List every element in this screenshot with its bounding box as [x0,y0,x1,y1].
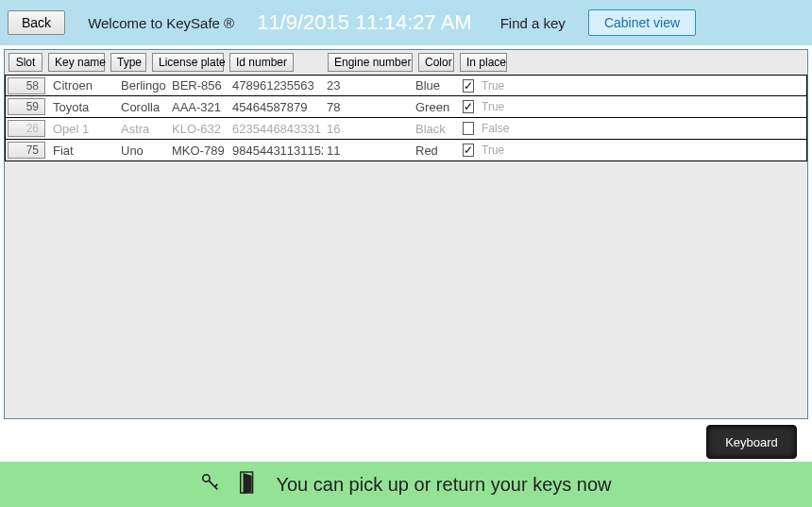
cell-id: 478961235563 [228,78,323,93]
key-table: Slot Key name Type License plate Id numb… [4,49,808,419]
cell-plate: KLO-632 [168,122,228,136]
footer-bar: You can pick up or return your keys now [0,462,812,507]
cell-inplace-text: True [478,144,516,157]
key-icon [200,470,221,499]
cell-name: Fiat [49,144,117,158]
cell-plate: MKO-789 [168,144,228,158]
col-in-place[interactable]: In place [460,53,507,72]
footer-message: You can pick up or return your keys now [276,474,611,496]
cell-plate: AAA-321 [168,100,228,114]
cell-color: Red [412,144,459,158]
door-icon [238,470,259,499]
svg-point-0 [203,474,210,481]
cell-inplace-checkbox[interactable]: ✓ [459,144,478,157]
checkbox-icon: ✓ [463,144,474,157]
cell-id: 45464587879 [228,100,323,114]
cell-plate: BER-856 [168,78,228,93]
cell-engine: 16 [323,122,412,136]
cell-id: 6235446843331 [228,122,323,136]
keyboard-button[interactable]: Keyboard [706,425,797,459]
cell-inplace-checkbox[interactable]: ✓ [459,79,478,93]
cell-id: 98454431131152 [228,144,323,158]
col-key-name[interactable]: Key name [48,53,105,72]
cell-engine: 23 [323,78,412,93]
cell-slot[interactable]: 59 [8,98,45,115]
cell-inplace-text: True [478,100,516,113]
cell-color: Blue [412,78,459,93]
cell-color: Black [412,122,459,136]
cell-name: Citroen [49,78,117,93]
keyboard-label: Keyboard [725,435,778,449]
welcome-text: Welcome to KeySafe ® [88,15,234,31]
cell-engine: 78 [323,100,412,114]
cell-type: Berlingo [117,78,168,93]
find-key-label[interactable]: Find a key [500,15,566,31]
datetime-text: 11/9/2015 11:14:27 AM [257,10,472,35]
cabinet-view-button[interactable]: Cabinet view [588,9,696,36]
col-id-number[interactable]: Id number [229,53,294,72]
col-engine-number[interactable]: Engine number [328,53,413,72]
table-row[interactable]: 59ToyotaCorollaAAA-3214546458787978Green… [5,96,807,118]
checkbox-icon: ✓ [463,100,474,113]
back-button[interactable]: Back [8,10,65,35]
cell-inplace-text: False [478,122,516,135]
checkbox-icon [463,122,474,135]
cell-color: Green [412,100,459,114]
top-bar: Back Welcome to KeySafe ® 11/9/2015 11:1… [0,0,812,45]
cell-engine: 11 [323,144,412,158]
cell-inplace-checkbox[interactable]: ✓ [459,100,478,113]
table-header: Slot Key name Type License plate Id numb… [5,50,807,75]
cell-type: Uno [117,144,168,158]
col-spacer [299,60,322,64]
cell-inplace-text: True [478,79,516,93]
cell-type: Astra [117,122,168,136]
table-row[interactable]: 26Opel 1AstraKLO-632623544684333116Black… [5,118,807,140]
cell-type: Corolla [117,100,168,114]
checkbox-icon: ✓ [463,79,474,93]
cell-slot[interactable]: 75 [8,142,45,159]
col-color[interactable]: Color [418,53,454,72]
cell-name: Opel 1 [49,122,117,136]
table-row[interactable]: 75FiatUnoMKO-7899845443113115211Red✓True [5,140,807,161]
svg-line-2 [215,483,218,486]
cell-slot[interactable]: 26 [8,120,45,137]
cell-inplace-checkbox[interactable] [459,122,478,135]
cell-name: Toyota [49,100,117,114]
col-slot[interactable]: Slot [8,53,42,72]
col-license-plate[interactable]: License plate [152,53,224,72]
table-row[interactable]: 58CitroenBerlingoBER-85647896123556323Bl… [5,75,807,96]
svg-marker-4 [244,472,252,493]
table-body: 58CitroenBerlingoBER-85647896123556323Bl… [5,75,807,161]
cell-slot[interactable]: 58 [8,77,45,94]
col-type[interactable]: Type [110,53,146,72]
